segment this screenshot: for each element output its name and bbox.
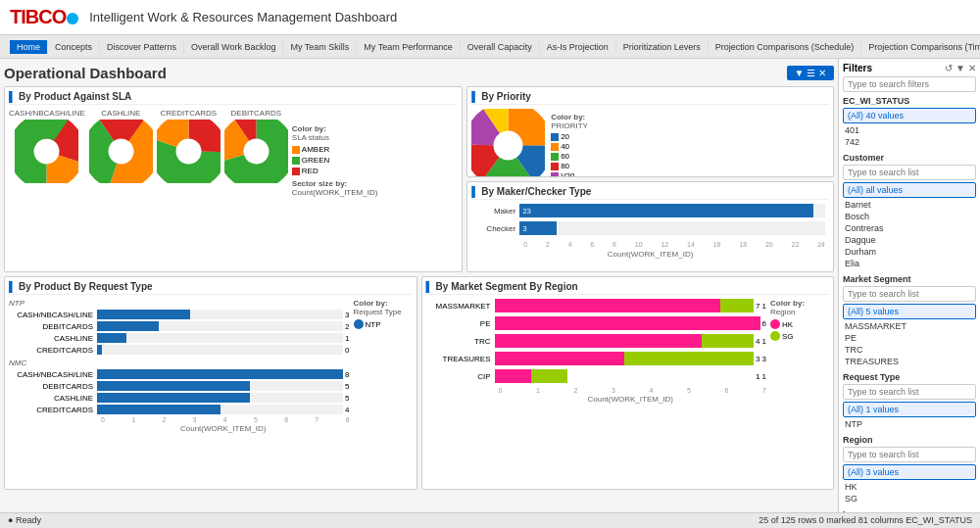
filter-region-hk[interactable]: HK [843,481,976,493]
filter-req-ntp[interactable]: NTP [843,418,976,430]
filter-customer-contreras[interactable]: Contreras [843,222,976,234]
filter-customer-durham[interactable]: Durham [843,246,976,258]
market-bar-3: TRC 4 1 [426,334,767,348]
filter-market-pe[interactable]: PE [843,332,976,344]
req-fill-ntp-4 [97,345,102,355]
filter-region: Region (All) 3 values HK SG [843,435,976,504]
filter-refresh-icon[interactable]: ↺ [945,63,953,73]
req-x-axis: 0 1 2 3 4 5 6 7 8 [101,416,350,423]
filter-ec-742[interactable]: 742 [843,136,976,148]
svg-text:5: 5 [120,143,122,149]
req-label-ntp-1: CASH/NBCASH/LINE [9,311,97,319]
filter-request-type: Request Type (All) 1 values NTP [843,372,976,430]
filter-close-icon[interactable]: ✕ [968,63,976,73]
maker-row-1: Maker 23 [475,204,825,217]
nav-skills[interactable]: My Team Skills [283,40,357,54]
market-track-5 [495,369,754,383]
filter-market-treasures[interactable]: TREASURES [843,356,976,367]
sla-pie-svg-4: 5 (100.0%) [224,120,288,183]
sla-pie-3: CREDITCARDS DRAFT (10) [157,109,220,183]
svg-text:DRAFT: DRAFT [179,143,199,149]
market-x-axis: 0 1 2 3 4 5 6 7 [499,387,767,394]
filter-req-search[interactable] [843,384,976,400]
nav-backlog[interactable]: Overall Work Backlog [184,40,283,54]
market-label-4: TREASURES [426,355,495,363]
req-bar-ntp-3: CASHLINE 1 [9,333,350,343]
market-label-2: PE [426,319,495,328]
nav-projsched[interactable]: Projection Comparisons (Schedule) [709,40,862,54]
filter-sidebar: Filters ↺ ▼ ✕ EC_WI_STATUS (All) 40 valu… [838,59,980,528]
market-track-3 [495,334,754,348]
market-bar-5: CIP 1 1 [426,369,767,383]
market-bars: MASSMARKET 7 1 PE [426,299,767,404]
market-panel-title: By Market Segment By Region [426,281,830,295]
svg-text:5: 5 [255,143,258,149]
filter-search-input[interactable] [843,76,976,92]
nav-tabs: Home Concepts Discover Patterns Overall … [10,40,980,54]
filter-down-icon[interactable]: ▼ [956,63,965,73]
logo: TIBCO [10,6,79,28]
market-content: MASSMARKET 7 1 PE [426,299,830,404]
filter-ec-all[interactable]: (All) 40 values [843,108,976,123]
filter-region-sg[interactable]: SG [843,493,976,504]
filter-header: Filters ↺ ▼ ✕ [843,63,976,73]
svg-text:(100.0%): (100.0%) [111,150,131,156]
filter-customer-dagque[interactable]: Dagque [843,234,976,246]
filter-market-trc[interactable]: TRC [843,344,976,356]
req-fill-nmc-3 [97,393,250,403]
maker-panel-title: By Maker/Checker Type [471,186,829,200]
market-x-label: Count(WORK_ITEM_ID) [495,395,767,404]
maker-bar-2: 3 [519,221,556,235]
req-fill-ntp-2 [97,321,159,331]
nav-perf[interactable]: My Team Performance [357,40,460,54]
nav-prio[interactable]: Prioritization Levers [616,40,709,54]
sla-product-3: CREDITCARDS [160,109,217,118]
req-fill-ntp-3 [97,333,126,343]
req-bar-nmc-1: CASH/NBCASH/LINE 8 [9,369,350,379]
priority-content: Color by: PRIORITY 20 40 60 80 V20 V60 [471,109,829,177]
market-fill-hk-5 [495,369,531,383]
market-fill-sg-3 [702,334,754,348]
req-val-nmc-2: 5 [345,382,349,391]
filter-region-search[interactable] [843,447,976,462]
filter-customer-all[interactable]: (All) all values [843,182,976,198]
filter-req-all[interactable]: (All) 1 values [843,402,976,417]
market-bar-4: TREASURES 3 3 [426,352,767,365]
maker-track-2: 3 [519,221,825,235]
maker-bars: Maker 23 Checker [475,204,825,239]
nav-discover[interactable]: Discover Patterns [100,40,184,54]
filter-ec-401[interactable]: 401 [843,124,976,136]
filter-region-all[interactable]: (All) 3 values [843,464,976,480]
filter-title: Filters [843,63,872,73]
nav-capacity[interactable]: Overall Capacity [461,40,540,54]
filter-actions: ↺ ▼ ✕ [945,63,976,73]
maker-x-axis: 0 2 4 6 8 10 12 14 16 18 20 [523,241,825,248]
req-bar-ntp-4: CREDITCARDS 0 [9,345,350,355]
req-label-nmc-3: CASHLINE [9,394,97,403]
market-label-3: TRC [426,337,495,346]
filter-customer-bosch[interactable]: Bosch [843,211,976,222]
priority-panel-title: By Priority [471,91,829,105]
top-row: By Product Against SLA CASH/NBCASH/LINE … [4,86,834,272]
filter-customer-elia[interactable]: Elia [843,258,976,269]
market-label-1: MASSMARKET [426,302,495,311]
req-val-nmc-3: 5 [345,394,349,403]
filter-market-massmarket[interactable]: MASSMARKET [843,320,976,332]
nav-home[interactable]: Home [10,40,48,54]
nav-projtime[interactable]: Projection Comparisons (Timeline) [861,40,980,54]
filter-market-all[interactable]: (All) 5 values [843,304,976,319]
sla-content: CASH/NBCASH/LINE DRAFT (10) CASHLINE [9,109,458,197]
nav-asis[interactable]: As-Is Projection [540,40,616,54]
sla-product-4: DEBITCARDS [231,109,282,118]
title-row: Operational Dashboard ▼ ☰ ✕ [4,63,834,83]
panel-maker-checker: By Maker/Checker Type Maker 23 [466,181,834,272]
maker-label-1: Maker [475,207,519,216]
sla-pie-svg-2: 5 (100.0%) [89,120,153,183]
svg-text:(10): (10) [42,150,51,156]
filter-btn[interactable]: ▼ ☰ ✕ [787,66,834,80]
nav-concepts[interactable]: Concepts [48,40,100,54]
sla-product-2: CASHLINE [101,109,140,118]
filter-market-search[interactable] [843,286,976,302]
filter-customer-barnet[interactable]: Barnet [843,199,976,211]
filter-customer-search[interactable] [843,165,976,180]
